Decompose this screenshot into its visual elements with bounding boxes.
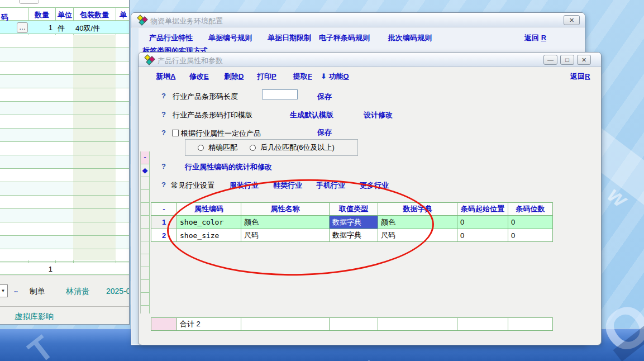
sum-indicator-cell (151, 318, 177, 331)
sum-label-cell: 合计 2 (177, 318, 241, 331)
save-link-1[interactable]: 保存 (317, 92, 332, 102)
cell-pkg[interactable]: 40双/件 (75, 23, 100, 34)
close-button[interactable]: ✕ (577, 55, 591, 65)
menu-batch-code-rule[interactable]: 批次编码规则 (388, 33, 432, 43)
bg-col-unit[interactable]: 单位 (58, 10, 72, 20)
col-barcode-digits[interactable]: 条码位数 (508, 203, 553, 216)
common-industry-label: 常见行业设置 (171, 180, 214, 191)
cell-data-dict[interactable]: 颜色 (378, 216, 457, 229)
menu-product-industry[interactable]: 产品行业特性 (149, 33, 193, 43)
close-button[interactable]: ✕ (564, 15, 580, 25)
partial-toolbar-button[interactable] (19, 0, 39, 4)
cell-attr-code[interactable]: shoe_size (177, 229, 241, 242)
dialog2-titlebar[interactable]: 产品行业属性和参数 — □ ✕ (139, 53, 601, 67)
attribute-table-header: - 属性编码 属性名称 取值类型 数据字典 条码起始位置 条码位数 (151, 203, 553, 216)
radio-suffix-label: 后几位匹配(6位及以上) (260, 142, 335, 153)
maker-label: 制单 (30, 287, 45, 297)
sum-row-table: 合计 2 (151, 317, 553, 331)
col-barcode-start[interactable]: 条码起始位置 (457, 203, 508, 216)
menu-return[interactable]: 返回 R (524, 33, 546, 43)
cell-attr-name[interactable]: 颜色 (241, 216, 330, 229)
cell-attr-code[interactable]: shoe_color (177, 216, 241, 229)
toolbar-delete[interactable]: 删除D (224, 72, 244, 82)
row-indicator-strip: - ◆ (140, 151, 150, 314)
bg-selected-row[interactable]: … 1 件 40双/件 (0, 21, 130, 34)
app-icon (145, 55, 155, 64)
radio-exact-label: 精确匹配 (208, 142, 237, 153)
print-template-label: 行业产品条形码打印模版 (173, 110, 252, 120)
cell-qty[interactable]: 1 (49, 23, 53, 32)
cell-unit[interactable]: 件 (58, 23, 65, 34)
table-row[interactable]: 2 shoe_size 尺码 数据字典 尺码 0 0 (151, 229, 553, 242)
sum-empty-cell (330, 318, 378, 331)
cell-attr-name[interactable]: 尺码 (241, 229, 330, 242)
menu-doc-number-rule[interactable]: 单据编号规则 (208, 33, 252, 43)
help-icon[interactable]: ? (161, 129, 166, 137)
bg-empty-rows[interactable] (0, 35, 130, 260)
cell-barcode-digits[interactable]: 0 (508, 229, 553, 242)
cell-barcode-start[interactable]: 0 (457, 216, 508, 229)
down-arrow-icon: ⬇ (321, 72, 327, 80)
help-icon[interactable]: ? (161, 110, 166, 118)
industry-more-link[interactable]: 更多行业 (360, 180, 389, 191)
design-edit-link[interactable]: 设计修改 (364, 110, 393, 120)
row-more-button[interactable]: … (17, 22, 28, 33)
row-index[interactable]: 2 (151, 229, 177, 242)
toolbar-print[interactable]: 打印P (257, 72, 276, 82)
locate-by-attr-checkbox[interactable] (172, 130, 179, 136)
toolbar-functions[interactable]: ⬇ 功能O (321, 72, 349, 82)
match-mode-groupbox: 精确匹配 后几位匹配(6位及以上) (185, 139, 358, 156)
table-row[interactable]: 1 shoe_color 颜色 数据字典 颜色 0 0 (151, 216, 553, 229)
maximize-button[interactable]: □ (560, 55, 574, 65)
bg-col-qty[interactable]: 数量 (35, 10, 49, 20)
minimize-button[interactable]: — (543, 55, 557, 65)
radio-suffix-match[interactable] (250, 145, 256, 151)
toolbar-return[interactable]: 返回R (570, 72, 590, 82)
help-icon[interactable]: ? (161, 92, 166, 100)
footer-dots: .. (14, 286, 18, 294)
col-attr-name[interactable]: 属性名称 (241, 203, 330, 216)
bg-sum-row: 1 (0, 263, 130, 275)
help-icon[interactable]: ? (161, 180, 166, 189)
generate-template-link[interactable]: 生成默认模版 (290, 110, 333, 120)
toolbar-extract[interactable]: 提取F (293, 72, 312, 82)
bg-table-header-row: 码 数量 单位 包装数量 单 (0, 7, 130, 21)
help-icon[interactable]: ? (161, 162, 166, 170)
cell-value-type-selected[interactable]: 数据字典 (330, 216, 378, 229)
col-attr-code[interactable]: 属性编码 (177, 203, 241, 216)
virtual-stock-link[interactable]: 虚拟库影响 (15, 312, 54, 322)
sum-empty-cell (508, 318, 553, 331)
col-value-type[interactable]: 取值类型 (330, 203, 378, 216)
bg-col-price[interactable]: 单 (120, 10, 127, 20)
bg-col-pkg[interactable]: 包装数量 (80, 10, 109, 20)
col-data-dict[interactable]: 数据字典 (378, 203, 457, 216)
industry-clothing-link[interactable]: 服装行业 (230, 180, 259, 191)
save-link-2[interactable]: 保存 (317, 127, 332, 137)
sum-separator-line (0, 261, 130, 262)
toolbar-edit[interactable]: 修改E (189, 72, 209, 82)
sum-row: 合计 2 (151, 318, 553, 331)
toolbar-add[interactable]: 新增A (156, 72, 175, 82)
footer-divider (0, 306, 130, 307)
wallpaper-letter-left: T (21, 329, 61, 361)
attribute-table: - 属性编码 属性名称 取值类型 数据字典 条码起始位置 条码位数 1 shoe… (151, 202, 553, 242)
cell-value-type[interactable]: 数据字典 (330, 229, 378, 242)
cell-barcode-digits[interactable]: 0 (508, 216, 553, 229)
attr-code-stats-link[interactable]: 行业属性编码的统计和修改 (185, 162, 272, 172)
maker-name: 林清贵 (66, 287, 89, 297)
col-collapse[interactable]: - (151, 203, 177, 216)
row-index[interactable]: 1 (151, 216, 177, 229)
cell-barcode-start[interactable]: 0 (457, 229, 508, 242)
barcode-length-input[interactable] (262, 89, 298, 99)
menu-doc-date-limit[interactable]: 单据日期限制 (268, 33, 311, 43)
radio-exact-match[interactable] (198, 145, 204, 151)
dropdown-button[interactable]: ▼ (0, 284, 8, 297)
industry-mobile-link[interactable]: 手机行业 (316, 180, 345, 191)
industry-shoes-link[interactable]: 鞋类行业 (273, 180, 302, 191)
dialog1-titlebar[interactable]: 物资单据业务环境配置 ✕ (131, 13, 585, 27)
menu-scale-barcode-rule[interactable]: 电子秤条码规则 (319, 33, 370, 43)
indicator-header[interactable]: - (141, 151, 149, 164)
cell-data-dict[interactable]: 尺码 (378, 229, 457, 242)
dialog-product-industry-attrs: 产品行业属性和参数 — □ ✕ 新增A 修改E 删除D 打印P 提取F ⬇ 功能… (138, 52, 602, 345)
sum-qty: 1 (49, 265, 53, 273)
